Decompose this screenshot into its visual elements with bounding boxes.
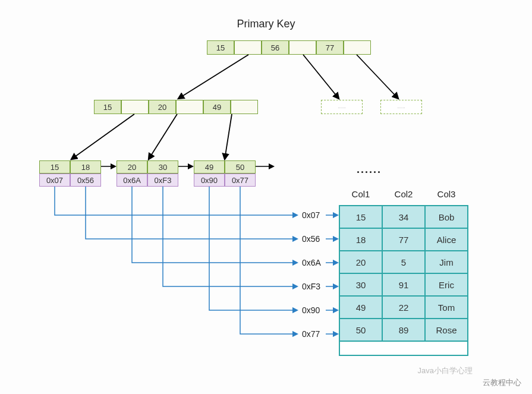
leaf-1: 20 30 0x6A 0xF3 <box>117 160 178 187</box>
root-node: 15 56 77 <box>207 40 371 55</box>
leaf0-k0: 15 <box>39 160 70 174</box>
table-header-row: Col1 Col2 Col3 <box>339 184 468 206</box>
svg-line-2 <box>357 55 398 99</box>
svg-line-0 <box>178 55 248 99</box>
leaf2-p1: 0x77 <box>225 174 256 187</box>
addr-2: 0x6A <box>302 258 321 267</box>
svg-line-3 <box>71 114 134 159</box>
table-row: 1534Bob <box>339 206 468 228</box>
addr-5: 0x77 <box>302 329 320 339</box>
data-table: Col1 Col2 Col3 1534Bob 1877Alice 205Jim … <box>339 184 468 356</box>
table-empty-row <box>339 341 468 355</box>
leaf2-k0: 49 <box>194 160 225 174</box>
leaf1-k0: 20 <box>117 160 147 174</box>
leaf-ellipsis: ...... <box>357 163 382 176</box>
leaf0-p0: 0x07 <box>39 174 70 187</box>
diagram-title: Primary Key <box>237 18 295 30</box>
addr-1: 0x56 <box>302 234 320 244</box>
table-row: 205Jim <box>339 251 468 273</box>
int-gap-1 <box>176 100 203 114</box>
leaf0-k1: 18 <box>70 160 101 174</box>
leaf2-p0: 0x90 <box>194 174 225 187</box>
leaf1-p0: 0x6A <box>117 174 147 187</box>
addr-3: 0xF3 <box>302 282 320 291</box>
placeholder-node-1: ...... <box>321 100 363 114</box>
svg-line-5 <box>225 114 232 159</box>
int-key-2: 49 <box>203 100 231 114</box>
int-key-1: 20 <box>149 100 176 114</box>
leaf0-p1: 0x56 <box>70 174 101 187</box>
svg-line-1 <box>303 55 339 99</box>
leaf2-k1: 50 <box>225 160 256 174</box>
leaf-2: 49 50 0x90 0x77 <box>194 160 256 187</box>
root-gap-1 <box>289 40 316 55</box>
root-gap-2 <box>344 40 371 55</box>
root-key-1: 56 <box>262 40 289 55</box>
svg-line-4 <box>149 114 177 159</box>
addr-0: 0x07 <box>302 210 320 220</box>
footer-credit: 云教程中心 <box>483 377 521 388</box>
leaf1-p1: 0xF3 <box>147 174 178 187</box>
int-gap-2 <box>231 100 258 114</box>
table-row: 5089Rose <box>339 319 468 341</box>
addr-4: 0x90 <box>302 305 320 315</box>
root-key-2: 77 <box>316 40 344 55</box>
col-header-0: Col1 <box>339 184 382 206</box>
leaf-0: 15 18 0x07 0x56 <box>39 160 101 187</box>
leaf1-k1: 30 <box>147 160 178 174</box>
int-gap-0 <box>121 100 149 114</box>
watermark-text: Java小白学心理 <box>418 365 473 376</box>
table-row: 3091Eric <box>339 273 468 296</box>
table-row: 4922Tom <box>339 296 468 319</box>
col-header-2: Col3 <box>425 184 468 206</box>
placeholder-node-2: ...... <box>380 100 422 114</box>
int-key-0: 15 <box>94 100 121 114</box>
internal-node: 15 20 49 <box>94 100 258 114</box>
root-gap-0 <box>234 40 262 55</box>
root-key-0: 15 <box>207 40 234 55</box>
col-header-1: Col2 <box>382 184 425 206</box>
table-row: 1877Alice <box>339 228 468 251</box>
